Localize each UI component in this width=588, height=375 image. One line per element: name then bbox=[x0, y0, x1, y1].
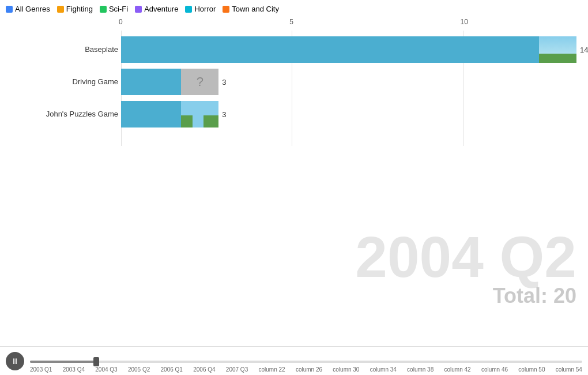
bar-fill-2: 3 bbox=[121, 101, 218, 127]
bar-label-1: Driving Game bbox=[9, 69, 118, 95]
timeline-label: 2006 Q1 bbox=[161, 366, 183, 373]
legend-dot-horror bbox=[185, 6, 192, 13]
legend-item-all-genres[interactable]: All Genres bbox=[6, 5, 50, 13]
timeline-label: column 30 bbox=[333, 366, 359, 373]
chart-body: Baseplate14Driving Game?3John's Puzzles … bbox=[121, 31, 576, 127]
watermark-period: 2004 Q2 bbox=[355, 228, 576, 286]
pause-icon: ⏸ bbox=[11, 357, 19, 366]
bar-label-0: Baseplate bbox=[9, 36, 118, 63]
timeline-labels: 2003 Q12003 Q42004 Q32005 Q22006 Q12006 … bbox=[30, 366, 582, 373]
legend-label-fighting: Fighting bbox=[66, 5, 93, 13]
legend-item-adventure[interactable]: Adventure bbox=[135, 5, 178, 13]
bar-thumbnail-baseplate bbox=[539, 36, 576, 63]
legend-label-all-genres: All Genres bbox=[15, 5, 50, 13]
bar-value-2: 3 bbox=[222, 110, 226, 119]
chart-container: 0510 Baseplate14Driving Game?3John's Puz… bbox=[0, 18, 588, 341]
legend-item-town-and-city[interactable]: Town and City bbox=[223, 5, 279, 13]
timeline-label: column 54 bbox=[556, 366, 582, 373]
bar-value-1: 3 bbox=[222, 78, 226, 87]
timeline-thumb[interactable] bbox=[93, 357, 99, 366]
legend-item-sci-fi[interactable]: Sci-Fi bbox=[100, 5, 128, 13]
legend-label-town-and-city: Town and City bbox=[232, 5, 279, 13]
timeline-label: 2003 Q4 bbox=[63, 366, 85, 373]
legend-label-horror: Horror bbox=[194, 5, 216, 13]
timeline-progress bbox=[30, 361, 96, 363]
legend-dot-town-and-city bbox=[223, 6, 229, 13]
play-pause-button[interactable]: ⏸ bbox=[6, 352, 24, 370]
x-axis-top: 0510 bbox=[121, 18, 576, 29]
bar-label-2: John's Puzzles Game bbox=[9, 101, 118, 127]
timeline-label: 2004 Q3 bbox=[95, 366, 117, 373]
timeline-label: 2003 Q1 bbox=[30, 366, 52, 373]
legend-dot-fighting bbox=[57, 6, 64, 13]
x-tick-5: 5 bbox=[289, 18, 293, 26]
timeline-label: 2006 Q4 bbox=[193, 366, 215, 373]
legend: All Genres Fighting Sci-Fi Adventure Hor… bbox=[0, 0, 588, 18]
bar-row: John's Puzzles Game3 bbox=[121, 101, 576, 127]
timeline-bar[interactable] bbox=[30, 361, 582, 363]
legend-dot-adventure bbox=[135, 6, 142, 13]
timeline-label: 2007 Q3 bbox=[226, 366, 248, 373]
watermark: 2004 Q2 Total: 20 bbox=[355, 228, 576, 306]
timeline-label: column 46 bbox=[481, 366, 508, 373]
x-tick-0: 0 bbox=[119, 18, 123, 26]
timeline-label: column 26 bbox=[296, 366, 322, 373]
legend-item-horror[interactable]: Horror bbox=[185, 5, 216, 13]
bar-value-0: 14 bbox=[580, 46, 588, 54]
timeline-label: column 34 bbox=[370, 366, 397, 373]
watermark-total: Total: 20 bbox=[355, 286, 576, 306]
x-tick-10: 10 bbox=[461, 18, 468, 26]
bar-thumbnail-puzzles bbox=[181, 101, 218, 127]
legend-item-fighting[interactable]: Fighting bbox=[57, 5, 93, 13]
bar-row: Driving Game?3 bbox=[121, 69, 576, 95]
bar-fill-1: ?3 bbox=[121, 69, 218, 95]
bar-fill-0: 14 bbox=[121, 36, 576, 63]
legend-dot-all-genres bbox=[6, 6, 13, 13]
timeline-track[interactable]: 2003 Q12003 Q42004 Q32005 Q22006 Q12006 … bbox=[30, 350, 582, 373]
bar-thumbnail-driving: ? bbox=[181, 69, 218, 95]
legend-label-adventure: Adventure bbox=[144, 5, 178, 13]
timeline-label: column 50 bbox=[518, 366, 545, 373]
bar-row: Baseplate14 bbox=[121, 36, 576, 63]
legend-dot-sci-fi bbox=[100, 6, 107, 13]
timeline-label: column 38 bbox=[407, 366, 434, 373]
timeline: ⏸ 2003 Q12003 Q42004 Q32005 Q22006 Q1200… bbox=[0, 346, 588, 375]
timeline-label: column 22 bbox=[258, 366, 285, 373]
legend-label-sci-fi: Sci-Fi bbox=[109, 5, 128, 13]
timeline-label: column 42 bbox=[444, 366, 471, 373]
timeline-label: 2005 Q2 bbox=[128, 366, 150, 373]
